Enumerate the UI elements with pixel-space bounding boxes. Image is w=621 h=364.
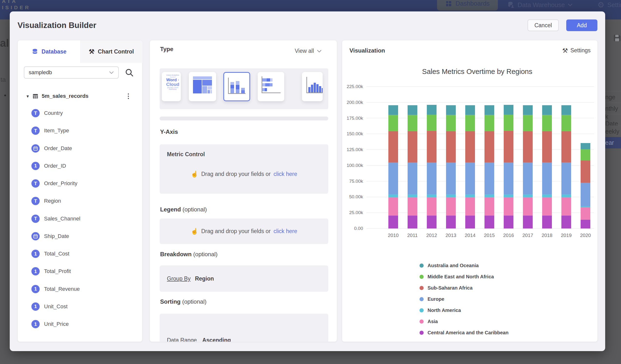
- bar-segment-2014-asia[interactable]: [465, 197, 475, 216]
- legend-item-asia[interactable]: Asia: [419, 316, 509, 327]
- bar-segment-2020-sub-saharan-africa[interactable]: [581, 160, 590, 183]
- bar-segment-2012-australia-and-oceania[interactable]: [427, 105, 437, 115]
- legend-item-sub-saharan-africa[interactable]: Sub-Saharan Africa: [419, 282, 509, 294]
- field-row-total_profit[interactable]: 1Total_Profit: [31, 267, 71, 276]
- bar-segment-2014-middle-east-and-north-africa[interactable]: [465, 115, 475, 131]
- bar-segment-2017-north-america[interactable]: [523, 194, 533, 197]
- view-all-dropdown[interactable]: View all: [295, 48, 322, 54]
- bar-segment-2013-middle-east-and-north-africa[interactable]: [446, 115, 456, 131]
- bar-segment-2012-central-america-and-the-caribbean[interactable]: [427, 216, 437, 228]
- type-carousel-scrollbar[interactable]: [160, 117, 328, 121]
- field-row-ship_date[interactable]: Ship_Date: [31, 232, 69, 241]
- bar-segment-2017-sub-saharan-africa[interactable]: [523, 131, 533, 163]
- bar-segment-2013-europe[interactable]: [446, 163, 456, 194]
- bar-segment-2017-middle-east-and-north-africa[interactable]: [523, 115, 533, 131]
- bar-segment-2020-europe[interactable]: [581, 183, 590, 206]
- chart-type-card-stacked-bar[interactable]: [258, 72, 284, 101]
- bar-segment-2012-north-america[interactable]: [427, 194, 437, 197]
- breakdown-groupby-row[interactable]: Group By Region: [160, 265, 328, 292]
- metric-control-dropzone[interactable]: Metric Control ☝ Drag and drop your fiel…: [160, 144, 328, 194]
- nav-item-settings[interactable]: ⚙ Settings: [597, 0, 621, 12]
- bar-segment-2016-north-america[interactable]: [504, 194, 514, 197]
- bar-segment-2016-australia-and-oceania[interactable]: [504, 105, 514, 115]
- table-row-5m-sales-records[interactable]: ▾ 5m_sales_records ⋮: [27, 92, 134, 101]
- sorting-datarange-row[interactable]: Data Range Ascending: [160, 314, 328, 342]
- bar-segment-2011-sub-saharan-africa[interactable]: [408, 131, 417, 163]
- bar-segment-2010-central-america-and-the-caribbean[interactable]: [388, 216, 398, 228]
- legend-item-middle-east-and-north-africa[interactable]: Middle East and North Africa: [419, 271, 509, 282]
- field-row-region[interactable]: TRegion: [31, 197, 61, 205]
- bar-segment-2018-asia[interactable]: [542, 197, 552, 216]
- metric-click-here-link[interactable]: click here: [274, 171, 297, 177]
- bar-segment-2020-north-america[interactable]: [581, 206, 590, 207]
- bar-segment-2017-central-america-and-the-caribbean[interactable]: [523, 216, 533, 228]
- field-row-unit_price[interactable]: 1Unit_Price: [31, 320, 69, 329]
- field-row-total_revenue[interactable]: 1Total_Revenue: [31, 285, 80, 294]
- bar-segment-2016-asia[interactable]: [504, 197, 514, 216]
- bar-segment-2019-sub-saharan-africa[interactable]: [561, 131, 571, 163]
- table-menu-kebab-icon[interactable]: ⋮: [123, 92, 134, 100]
- bar-segment-2016-sub-saharan-africa[interactable]: [504, 131, 514, 163]
- bar-segment-2018-sub-saharan-africa[interactable]: [542, 131, 552, 163]
- chart-type-card-stacked-column[interactable]: [223, 72, 250, 101]
- data-range-label[interactable]: Data Range: [167, 337, 197, 342]
- bar-segment-2019-central-america-and-the-caribbean[interactable]: [561, 216, 571, 228]
- bar-segment-2019-australia-and-oceania[interactable]: [561, 105, 571, 115]
- bar-segment-2020-australia-and-oceania[interactable]: [581, 143, 590, 149]
- tab-database[interactable]: Database: [18, 40, 80, 63]
- bar-segment-2011-australia-and-oceania[interactable]: [408, 105, 417, 115]
- bar-segment-2010-europe[interactable]: [388, 163, 398, 194]
- bar-segment-2010-sub-saharan-africa[interactable]: [388, 131, 398, 163]
- bar-segment-2012-europe[interactable]: [427, 163, 437, 194]
- field-row-item_type[interactable]: TItem_Type: [31, 126, 69, 135]
- search-icon[interactable]: [125, 68, 134, 77]
- bar-segment-2011-middle-east-and-north-africa[interactable]: [408, 115, 417, 131]
- legend-item-australia-and-oceania[interactable]: Australia and Oceania: [419, 260, 509, 271]
- bar-segment-2013-asia[interactable]: [446, 197, 456, 216]
- bar-segment-2011-central-america-and-the-caribbean[interactable]: [408, 216, 417, 228]
- caret-down-icon[interactable]: ▾: [27, 93, 29, 99]
- bar-segment-2013-australia-and-oceania[interactable]: [446, 105, 456, 115]
- tab-chart-control[interactable]: ⚒ Chart Control: [80, 40, 143, 63]
- bar-segment-2018-europe[interactable]: [542, 163, 552, 194]
- bar-segment-2014-australia-and-oceania[interactable]: [465, 105, 475, 115]
- chart-type-card-word-cloud[interactable]: iness AnalyticsSystemWord ·Cloud[Social]…: [162, 72, 181, 101]
- field-row-order_id[interactable]: 1Order_ID: [31, 162, 66, 170]
- bar-segment-2015-sub-saharan-africa[interactable]: [484, 131, 494, 163]
- bar-segment-2015-middle-east-and-north-africa[interactable]: [484, 115, 494, 131]
- bar-segment-2014-europe[interactable]: [465, 163, 475, 194]
- bar-segment-2018-central-america-and-the-caribbean[interactable]: [542, 216, 552, 228]
- bar-segment-2020-central-america-and-the-caribbean[interactable]: [581, 220, 590, 228]
- bar-segment-2017-australia-and-oceania[interactable]: [523, 105, 533, 115]
- bar-segment-2011-europe[interactable]: [408, 163, 417, 194]
- bar-segment-2020-asia[interactable]: [581, 207, 590, 220]
- bar-segment-2017-europe[interactable]: [523, 163, 533, 194]
- legend-item-north-america[interactable]: North America: [419, 305, 509, 316]
- bar-segment-2013-central-america-and-the-caribbean[interactable]: [446, 216, 456, 228]
- bar-segment-2016-central-america-and-the-caribbean[interactable]: [504, 216, 514, 228]
- field-row-total_cost[interactable]: 1Total_Cost: [31, 249, 69, 258]
- bar-segment-2016-europe[interactable]: [504, 163, 514, 194]
- field-row-order_date[interactable]: Order_Date: [31, 144, 72, 153]
- database-select[interactable]: sampledb: [24, 67, 119, 79]
- field-row-unit_cost[interactable]: 1Unit_Cost: [31, 302, 68, 311]
- bar-segment-2019-asia[interactable]: [561, 197, 571, 216]
- legend-click-here-link[interactable]: click here: [274, 228, 297, 235]
- bar-segment-2010-asia[interactable]: [388, 197, 398, 216]
- nav-item-data-warehouse[interactable]: Data Warehouse: [507, 0, 572, 12]
- bar-segment-2015-europe[interactable]: [484, 163, 494, 194]
- bar-segment-2015-central-america-and-the-caribbean[interactable]: [484, 216, 494, 228]
- bar-segment-2015-north-america[interactable]: [484, 194, 494, 197]
- field-row-sales_channel[interactable]: TSales_Channel: [31, 214, 80, 223]
- field-row-country[interactable]: TCountry: [31, 109, 63, 118]
- bar-segment-2014-central-america-and-the-caribbean[interactable]: [465, 216, 475, 228]
- visualization-settings-button[interactable]: ⚒ Settings: [562, 47, 591, 54]
- bar-segment-2012-middle-east-and-north-africa[interactable]: [427, 115, 437, 131]
- bar-segment-2019-europe[interactable]: [561, 163, 571, 194]
- cancel-button[interactable]: Cancel: [528, 19, 559, 31]
- chart-type-card-treemap[interactable]: [189, 72, 216, 101]
- legend-item-central-america-and-the-caribbean[interactable]: Central America and the Caribbean: [419, 327, 509, 338]
- bar-segment-2010-north-america[interactable]: [388, 194, 398, 197]
- field-row-order_priority[interactable]: TOrder_Priority: [31, 179, 77, 188]
- bar-segment-2011-north-america[interactable]: [408, 194, 417, 197]
